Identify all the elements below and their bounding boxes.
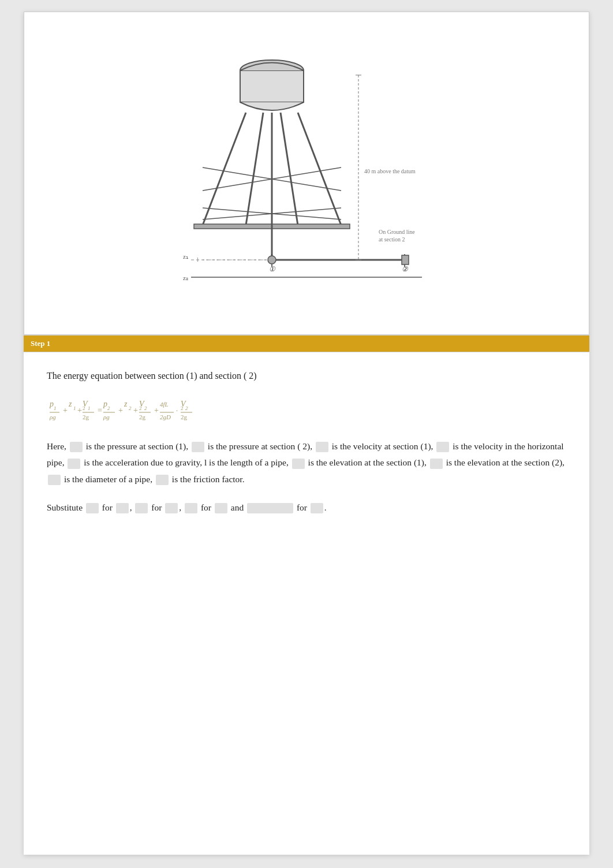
svg-text:z₁: z₁ bbox=[183, 253, 188, 260]
g-symbol bbox=[68, 459, 80, 469]
svg-text:4fL: 4fL bbox=[160, 401, 169, 408]
svg-text:+: + bbox=[63, 406, 68, 415]
sub-sym4 bbox=[311, 503, 323, 513]
svg-text:①: ① bbox=[269, 265, 276, 273]
svg-text:1: 1 bbox=[88, 405, 91, 411]
z1-symbol bbox=[292, 459, 305, 469]
diagram-svg: z₁ z₂ 40 m above the datum On Ground lin… bbox=[156, 29, 457, 318]
v2-symbol bbox=[436, 442, 449, 452]
svg-text:2: 2 bbox=[139, 405, 142, 411]
svg-text:1: 1 bbox=[73, 405, 76, 411]
svg-text:2: 2 bbox=[181, 405, 184, 411]
diagram-section: z₁ z₂ 40 m above the datum On Ground lin… bbox=[24, 12, 589, 335]
svg-point-19 bbox=[268, 256, 276, 264]
sub-val2 bbox=[135, 503, 148, 513]
step-label: Step 1 bbox=[24, 335, 589, 352]
svg-rect-26 bbox=[402, 255, 409, 265]
page: z₁ z₂ 40 m above the datum On Ground lin… bbox=[24, 12, 589, 855]
svg-text:·: · bbox=[176, 407, 178, 415]
svg-text:2gD: 2gD bbox=[160, 413, 171, 420]
energy-equation-intro: The energy equation between section (1) … bbox=[47, 368, 566, 383]
svg-text:2: 2 bbox=[129, 405, 132, 411]
svg-text:2g: 2g bbox=[139, 413, 146, 420]
p1-symbol bbox=[70, 442, 83, 452]
and-word: and bbox=[231, 502, 244, 512]
d-symbol bbox=[48, 475, 61, 485]
z2-symbol bbox=[430, 459, 443, 469]
svg-text:2g: 2g bbox=[83, 413, 89, 420]
formula-svg: p 1 ρg + z 1 + V 1 2 2g = p 2 bbox=[47, 394, 289, 426]
content-section: The energy equation between section (1) … bbox=[24, 352, 589, 528]
svg-text:at section 2: at section 2 bbox=[379, 236, 405, 243]
svg-text:2: 2 bbox=[185, 405, 188, 411]
p2-symbol bbox=[192, 442, 204, 452]
svg-text:+: + bbox=[133, 406, 138, 415]
svg-text:40 m above the datum: 40 m above the datum bbox=[364, 168, 416, 174]
svg-text:2: 2 bbox=[83, 405, 85, 411]
diagram-container: z₁ z₂ 40 m above the datum On Ground lin… bbox=[156, 29, 457, 318]
svg-rect-1 bbox=[240, 70, 304, 102]
description-paragraph: Here, is the pressure at section (1), is… bbox=[47, 438, 566, 488]
sub-sym2 bbox=[165, 503, 178, 513]
formula-display: p 1 ρg + z 1 + V 1 2 2g = p 2 bbox=[47, 394, 566, 426]
svg-text:2: 2 bbox=[107, 405, 110, 411]
svg-text:②: ② bbox=[402, 265, 409, 273]
f-symbol bbox=[156, 475, 169, 485]
svg-text:p: p bbox=[49, 400, 54, 408]
sub-val4 bbox=[247, 503, 293, 513]
sub-sym1 bbox=[116, 503, 129, 513]
svg-text:z: z bbox=[124, 400, 128, 408]
svg-text:2: 2 bbox=[144, 405, 147, 411]
v1-symbol bbox=[316, 442, 328, 452]
svg-text:2g: 2g bbox=[181, 413, 188, 420]
svg-text:+: + bbox=[118, 406, 123, 415]
svg-text:+: + bbox=[154, 406, 159, 415]
substitute-line: Substitute for , for , for and for . bbox=[47, 498, 566, 516]
svg-text:l: l bbox=[197, 256, 199, 263]
svg-text:ρg: ρg bbox=[49, 413, 56, 420]
svg-line-4 bbox=[246, 113, 263, 225]
svg-text:1: 1 bbox=[54, 405, 57, 411]
svg-line-5 bbox=[281, 113, 298, 225]
svg-text:On Ground line: On Ground line bbox=[379, 229, 415, 235]
sub-val1 bbox=[86, 503, 99, 513]
svg-text:p: p bbox=[103, 400, 107, 408]
sub-sym3 bbox=[215, 503, 227, 513]
svg-text:+: + bbox=[77, 406, 82, 415]
svg-text:=: = bbox=[98, 406, 102, 415]
sub-val3 bbox=[185, 503, 197, 513]
svg-text:z: z bbox=[68, 400, 72, 408]
svg-text:ρg: ρg bbox=[103, 413, 110, 420]
svg-text:z₂: z₂ bbox=[183, 274, 188, 281]
